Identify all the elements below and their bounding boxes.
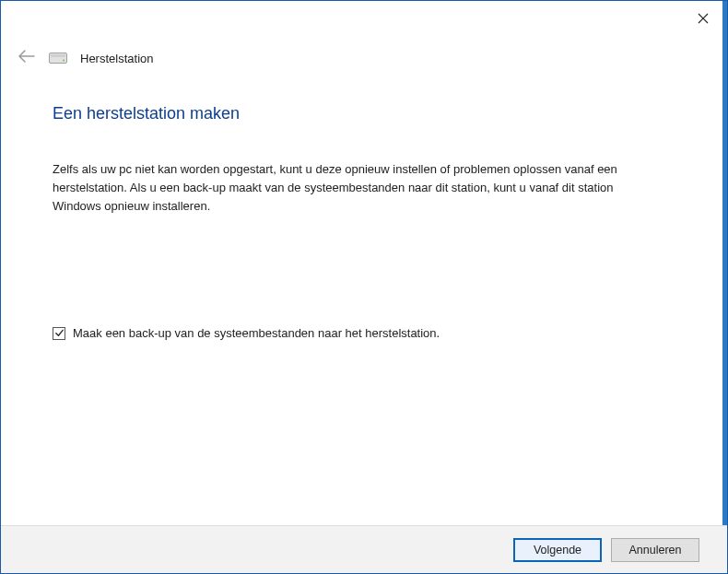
back-button[interactable] bbox=[18, 49, 36, 67]
backup-checkbox-label[interactable]: Maak een back-up van de systeembestanden… bbox=[73, 326, 440, 340]
page-title: Een herstelstation maken bbox=[53, 104, 675, 123]
drive-icon bbox=[49, 52, 67, 64]
close-button[interactable] bbox=[683, 6, 723, 32]
svg-point-2 bbox=[63, 60, 65, 62]
titlebar bbox=[1, 1, 727, 34]
checkmark-icon bbox=[54, 325, 65, 342]
header-app-name: Herstelstation bbox=[80, 52, 153, 65]
wizard-window: Herstelstation Een herstelstation maken … bbox=[0, 0, 728, 574]
close-icon bbox=[698, 11, 709, 28]
footer: Volgende Annuleren bbox=[1, 525, 727, 573]
window-right-border bbox=[722, 1, 727, 573]
next-button[interactable]: Volgende bbox=[513, 538, 602, 562]
backup-checkbox[interactable] bbox=[53, 327, 65, 340]
back-arrow-icon bbox=[18, 50, 35, 66]
cancel-button[interactable]: Annuleren bbox=[611, 538, 699, 562]
content-area: Een herstelstation maken Zelfs als uw pc… bbox=[1, 67, 727, 525]
svg-rect-1 bbox=[51, 54, 65, 57]
backup-checkbox-row[interactable]: Maak een back-up van de systeembestanden… bbox=[53, 326, 675, 340]
header-row: Herstelstation bbox=[1, 34, 727, 67]
description-text: Zelfs als uw pc niet kan worden opgestar… bbox=[53, 160, 661, 216]
